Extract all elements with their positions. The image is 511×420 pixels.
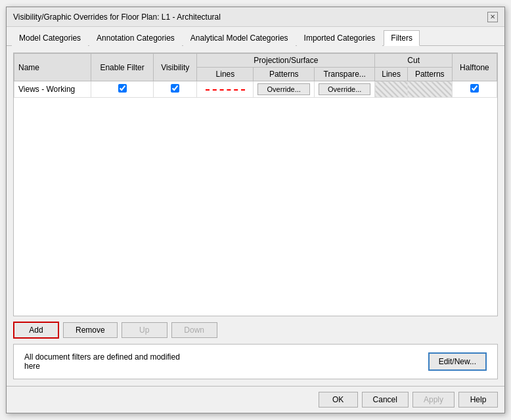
halftone-checkbox[interactable] (470, 84, 479, 93)
col-cut-lines: Lines (375, 68, 407, 81)
row-proj-transparent[interactable]: Override... (314, 81, 375, 98)
tabs-bar: Model Categories Annotation Categories A… (7, 27, 504, 46)
row-enable-filter (91, 81, 154, 98)
close-button[interactable]: ✕ (487, 12, 498, 22)
tab-analytical-model-categories[interactable]: Analytical Model Categories (183, 30, 296, 46)
main-dialog: Visibility/Graphic Overrides for Floor P… (6, 7, 505, 413)
dialog-footer: OK Cancel Apply Help (7, 386, 504, 413)
col-enable-filter: Enable Filter (91, 54, 154, 81)
enable-filter-checkbox[interactable] (118, 84, 127, 93)
row-cut-lines (375, 81, 407, 98)
col-proj-lines: Lines (197, 68, 254, 81)
row-name: Views - Working (14, 81, 91, 98)
table-row: Views - Working Override... (14, 81, 497, 98)
dashed-line-indicator (206, 89, 245, 91)
down-button[interactable]: Down (171, 322, 217, 338)
up-button[interactable]: Up (122, 322, 167, 338)
cancel-button[interactable]: Cancel (362, 392, 409, 408)
col-proj-patterns: Patterns (254, 68, 315, 81)
col-visibility: Visibility (154, 54, 197, 81)
main-content: Name Enable Filter Visibility Projection… (7, 46, 504, 386)
col-proj-transparent: Transpare... (314, 68, 375, 81)
remove-button[interactable]: Remove (63, 322, 118, 338)
help-button[interactable]: Help (458, 392, 498, 408)
visibility-checkbox[interactable] (171, 84, 179, 93)
proj-patterns-override-button[interactable]: Override... (257, 83, 310, 95)
row-visibility (154, 81, 197, 98)
dialog-title: Visibility/Graphic Overrides for Floor P… (13, 12, 221, 22)
row-halftone (452, 81, 497, 98)
tab-model-categories[interactable]: Model Categories (12, 30, 88, 46)
apply-button[interactable]: Apply (412, 392, 455, 408)
col-cut: Cut (375, 54, 452, 68)
col-halftone: Halftone (452, 54, 497, 81)
table-header-top: Name Enable Filter Visibility Projection… (14, 54, 497, 68)
col-projection-surface: Projection/Surface (197, 54, 375, 68)
edit-new-button[interactable]: Edit/New... (428, 352, 487, 371)
info-text: All document filters are defined and mod… (24, 352, 195, 371)
row-proj-patterns[interactable]: Override... (254, 81, 315, 98)
filters-table-container: Name Enable Filter Visibility Projection… (13, 52, 498, 316)
filters-table: Name Enable Filter Visibility Projection… (14, 53, 497, 98)
title-bar: Visibility/Graphic Overrides for Floor P… (7, 7, 504, 27)
action-buttons: Add Remove Up Down (13, 322, 498, 339)
proj-transparent-override-button[interactable]: Override... (319, 83, 371, 95)
info-box: All document filters are defined and mod… (13, 344, 498, 379)
tab-imported-categories[interactable]: Imported Categories (297, 30, 383, 46)
tab-filters[interactable]: Filters (384, 30, 420, 46)
tab-annotation-categories[interactable]: Annotation Categories (89, 30, 182, 46)
row-proj-lines (197, 81, 254, 98)
ok-button[interactable]: OK (319, 392, 358, 408)
add-button[interactable]: Add (13, 322, 59, 339)
col-cut-patterns: Patterns (407, 68, 452, 81)
row-cut-patterns (407, 81, 452, 98)
col-name: Name (14, 54, 91, 81)
